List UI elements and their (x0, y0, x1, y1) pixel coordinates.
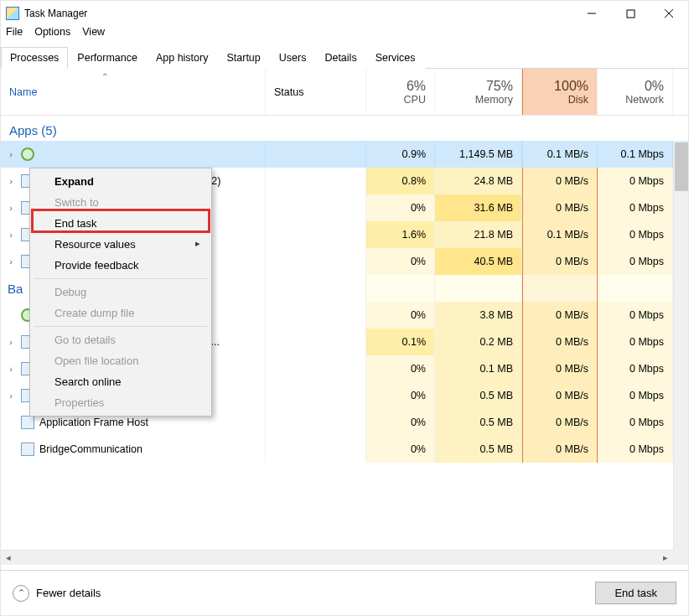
ctx-go-to-details: Go to details (33, 329, 209, 350)
col-status[interactable]: Status (266, 69, 366, 115)
group-apps[interactable]: Apps (5) (1, 116, 688, 141)
window-controls (572, 1, 688, 26)
net-cell: 0.1 Mbps (598, 141, 673, 168)
process-row[interactable]: › 0.9% 1,149.5 MB 0.1 MB/s 0.1 Mbps (1, 141, 688, 168)
scrollbar-thumb[interactable] (675, 142, 688, 191)
ctx-resource-values[interactable]: Resource values▸ (33, 234, 209, 255)
task-manager-icon (6, 7, 19, 20)
sort-indicator-icon: ⌃ (101, 72, 108, 81)
end-task-button[interactable]: End task (595, 582, 676, 604)
menu-view[interactable]: View (82, 26, 105, 43)
tab-users[interactable]: Users (270, 47, 316, 69)
app-icon (21, 443, 34, 456)
tab-app-history[interactable]: App history (147, 47, 218, 69)
close-button[interactable] (650, 1, 688, 26)
chevron-right-icon: ▸ (195, 238, 200, 249)
app-icon (21, 416, 34, 429)
ctx-create-dump: Create dump file (33, 303, 209, 324)
scroll-corner (673, 550, 688, 565)
tabstrip: Processes Performance App history Startu… (1, 46, 688, 69)
col-cpu[interactable]: 6%CPU (366, 69, 435, 115)
ctx-switch-to: Switch to (33, 192, 209, 213)
scroll-right-icon[interactable]: ▸ (658, 551, 673, 566)
svg-rect-1 (627, 10, 635, 18)
footer: ⌃ Fewer details End task (1, 570, 688, 615)
menu-file[interactable]: File (6, 26, 23, 43)
chevron-up-icon: ⌃ (13, 585, 29, 602)
ctx-expand[interactable]: Expand (33, 171, 209, 192)
scroll-left-icon[interactable]: ◂ (1, 551, 16, 566)
menubar: File Options View (1, 26, 688, 43)
col-disk[interactable]: 100%Disk (522, 69, 598, 115)
tab-startup[interactable]: Startup (217, 47, 269, 69)
separator (34, 326, 207, 327)
fewer-details-button[interactable]: ⌃ Fewer details (13, 585, 101, 602)
vertical-scrollbar[interactable] (673, 142, 688, 550)
menu-options[interactable]: Options (34, 26, 70, 43)
window-title: Task Manager (24, 8, 87, 19)
tab-services[interactable]: Services (366, 47, 425, 69)
cpu-cell: 0.9% (366, 141, 435, 168)
col-name[interactable]: Name (1, 69, 266, 115)
expand-icon[interactable]: › (6, 149, 16, 159)
titlebar: Task Manager (1, 1, 688, 26)
app-icon (21, 148, 34, 161)
minimize-button[interactable] (572, 1, 611, 26)
ctx-search-online[interactable]: Search online (33, 371, 209, 392)
ctx-provide-feedback[interactable]: Provide feedback (33, 255, 209, 276)
tab-processes[interactable]: Processes (1, 47, 68, 69)
process-row[interactable]: ›BridgeCommunication 0% 0.5 MB 0 MB/s 0 … (1, 436, 688, 463)
horizontal-scrollbar[interactable]: ◂ ▸ (1, 550, 673, 565)
mem-cell: 1,149.5 MB (435, 141, 522, 168)
separator (34, 278, 207, 279)
expand-icon[interactable]: › (6, 176, 16, 186)
col-network[interactable]: 0%Network (598, 69, 673, 115)
tab-performance[interactable]: Performance (68, 47, 147, 69)
col-memory[interactable]: 75%Memory (435, 69, 522, 115)
maximize-button[interactable] (611, 1, 650, 26)
ctx-end-task[interactable]: End task (33, 213, 209, 234)
ctx-properties: Properties (33, 392, 209, 413)
ctx-open-file-location: Open file location (33, 350, 209, 371)
tab-details[interactable]: Details (315, 47, 365, 69)
context-menu: Expand Switch to End task Resource value… (29, 168, 212, 417)
disk-cell: 0.1 MB/s (522, 141, 598, 168)
ctx-debug: Debug (33, 282, 209, 303)
process-list: Apps (5) › 0.9% 1,149.5 MB 0.1 MB/s 0.1 … (1, 116, 688, 525)
